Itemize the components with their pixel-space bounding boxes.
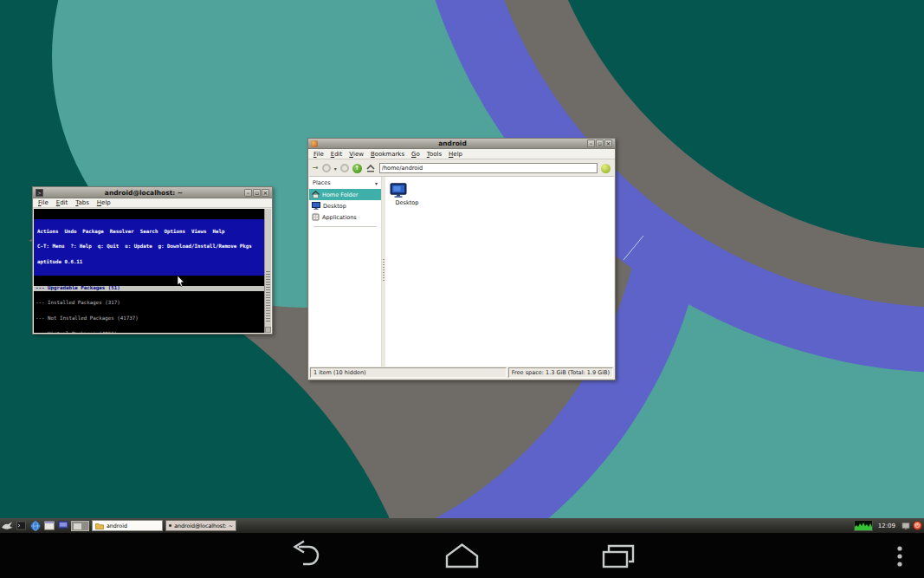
file-manager-title: android xyxy=(320,140,585,147)
forward-button[interactable] xyxy=(340,164,349,172)
screen-tool-icon xyxy=(901,522,910,530)
close-button[interactable]: × xyxy=(262,189,269,197)
recents-button[interactable] xyxy=(604,546,633,567)
new-tab-icon[interactable]: → xyxy=(313,164,319,172)
minimize-button[interactable]: – xyxy=(244,189,252,197)
home-button[interactable] xyxy=(365,163,376,173)
taskbar: android android@localhost: ~ 12:09 ⏻ xyxy=(0,518,924,533)
terminal-icon xyxy=(16,521,26,530)
aptitude-header: Actions Undo Package Resolver Search Opt… xyxy=(34,219,264,276)
sidebar-separator xyxy=(313,226,377,227)
desktop-folder-icon xyxy=(389,183,408,198)
menu-go[interactable]: Go xyxy=(411,151,420,158)
file-list-area: Desktop xyxy=(385,177,614,367)
sidebar-item-label: Applications xyxy=(322,214,357,221)
menu-edit[interactable]: Edit xyxy=(331,151,343,158)
taskbar-task-file-manager[interactable]: android xyxy=(92,520,163,531)
places-header: Places xyxy=(313,179,331,186)
file-item-desktop[interactable]: Desktop xyxy=(389,183,425,206)
menu-tabs[interactable]: Tabs xyxy=(75,199,89,206)
terminal-title: android@localhost: ~ xyxy=(46,189,242,197)
file-manager-window: android – ▫ × File Edit View Bookmarks G… xyxy=(307,138,616,380)
cpu-monitor[interactable] xyxy=(854,520,873,531)
menu-help[interactable]: Help xyxy=(449,151,462,158)
aptitude-group-not-installed[interactable]: --- Not Installed Packages (41737) xyxy=(34,316,264,321)
cpu-graph-icon xyxy=(855,521,872,530)
taskbar-task-terminal[interactable]: android@localhost: ~ xyxy=(165,520,236,531)
file-manager-app-icon xyxy=(311,140,318,147)
file-manager-titlebar[interactable]: android – ▫ × xyxy=(308,139,615,149)
globe-icon xyxy=(30,521,41,531)
history-chevron-down-icon[interactable]: ▾ xyxy=(334,166,337,172)
back-button[interactable] xyxy=(322,164,331,172)
display-launcher-button[interactable] xyxy=(57,520,68,531)
maximize-button[interactable]: ▫ xyxy=(253,189,261,197)
logout-button[interactable]: ⏻ xyxy=(913,521,922,530)
task-label: android xyxy=(107,523,127,529)
desktop-pager[interactable] xyxy=(71,521,89,531)
sidebar-item-desktop[interactable]: Desktop xyxy=(309,200,381,211)
terminal-icon xyxy=(169,522,171,529)
task-label: android@localhost: ~ xyxy=(174,523,233,529)
sidebar-item-home-folder[interactable]: Home Folder xyxy=(309,189,381,200)
menu-bookmarks[interactable]: Bookmarks xyxy=(371,151,404,158)
back-button[interactable] xyxy=(295,542,319,565)
minimize-button[interactable]: – xyxy=(587,140,595,147)
monitor-icon xyxy=(58,521,68,530)
menu-view[interactable]: View xyxy=(349,151,364,158)
file-manager-menubar: File Edit View Bookmarks Go Tools Help xyxy=(308,149,615,159)
desktop-screen: > android@localhost: ~ – ▫ × File Edit T… xyxy=(0,0,924,578)
address-bar-input[interactable] xyxy=(379,163,598,173)
aptitude-group-installed[interactable]: --- Installed Packages (317) xyxy=(34,301,264,306)
lxde-bird-icon xyxy=(2,521,13,530)
file-label: Desktop xyxy=(389,199,425,206)
terminal-scrollbar[interactable] xyxy=(264,209,271,333)
terminal-window: > android@localhost: ~ – ▫ × File Edit T… xyxy=(32,186,273,334)
file-manager-statusbar: 1 item (10 hidden) Free space: 1.3 GiB (… xyxy=(309,367,614,379)
taskbar-clock[interactable]: 12:09 xyxy=(876,523,898,529)
up-directory-button[interactable]: ↑ xyxy=(352,164,362,173)
terminal-app-icon: > xyxy=(36,189,43,197)
terminal-screen[interactable]: Actions Undo Package Resolver Search Opt… xyxy=(34,209,264,333)
home-button[interactable] xyxy=(447,545,477,568)
sidebar-item-label: Home Folder xyxy=(322,192,358,198)
menu-edit[interactable]: Edit xyxy=(56,199,68,206)
aptitude-version-line: aptitude 0.6.11 xyxy=(36,260,264,265)
window-files-icon xyxy=(44,521,55,530)
menu-tools[interactable]: Tools xyxy=(427,151,442,158)
close-button[interactable]: × xyxy=(604,140,612,147)
file-manager-toolbar: → ▾ ↑ xyxy=(309,160,614,177)
desktop-icon xyxy=(312,202,320,210)
go-button[interactable] xyxy=(601,164,611,173)
status-item-count: 1 item (10 hidden) xyxy=(310,367,507,378)
places-chevron-down-icon[interactable]: ▾ xyxy=(375,180,378,186)
browser-launcher-button[interactable] xyxy=(29,520,41,531)
applications-icon xyxy=(312,213,320,221)
android-navigation-bar xyxy=(0,533,924,578)
file-manager-launcher-button[interactable] xyxy=(43,520,55,531)
sidebar-item-applications[interactable]: Applications xyxy=(309,211,381,223)
status-free-space: Free space: 1.3 GiB (Total: 1.9 GiB) xyxy=(508,367,613,378)
places-side-pane: Places ▾ Home Folder Desk xyxy=(309,177,382,367)
screen-tool-tray-button[interactable] xyxy=(901,521,910,530)
home-folder-icon xyxy=(312,191,320,198)
aptitude-menu-line: Actions Undo Package Resolver Search Opt… xyxy=(36,230,264,235)
terminal-titlebar[interactable]: > android@localhost: ~ – ▫ × xyxy=(33,187,272,198)
mouse-cursor xyxy=(177,276,184,287)
terminal-menubar: File Edit Tabs Help xyxy=(33,198,272,208)
app-menu-button[interactable] xyxy=(2,520,13,531)
aptitude-help-line: C-T: Menu ?: Help q: Quit u: Update g: D… xyxy=(36,244,264,250)
maximize-button[interactable]: ▫ xyxy=(596,140,604,147)
sidebar-item-label: Desktop xyxy=(323,203,346,210)
menu-help[interactable]: Help xyxy=(97,199,111,206)
terminal-launcher-button[interactable] xyxy=(16,520,27,531)
menu-dots-button[interactable] xyxy=(897,546,901,566)
menu-file[interactable]: File xyxy=(313,151,324,158)
aptitude-group-virtual[interactable]: --- Virtual Packages (4961) xyxy=(34,332,264,333)
aptitude-group-upgradable[interactable]: --- Upgradable Packages (51) xyxy=(34,286,264,291)
menu-file[interactable]: File xyxy=(38,199,48,206)
folder-icon xyxy=(95,523,104,529)
